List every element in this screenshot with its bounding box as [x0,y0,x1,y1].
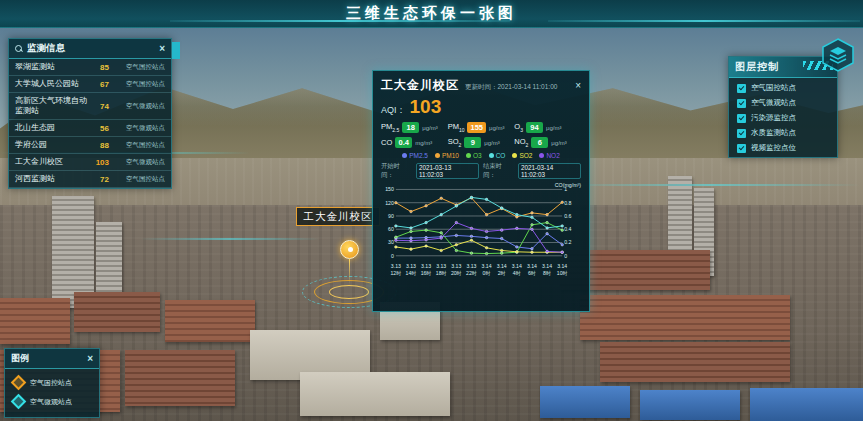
svg-text:3.13: 3.13 [466,263,476,269]
svg-text:20时: 20时 [451,270,462,276]
pollutant-card: PM2.518μg/m³ [381,122,448,133]
checkbox-checked-icon[interactable] [737,144,746,153]
start-time-label: 开始时间： [381,162,412,180]
close-icon[interactable]: × [159,44,165,54]
chart-legend: PM2.5PM10O3COSO2NO2 [381,152,581,159]
pollutant-unit: μg/m³ [422,125,437,131]
legend-panel-header: 图例 × [5,349,99,369]
svg-text:16时: 16时 [421,270,432,276]
layer-toggle[interactable]: 空气国控站点 [737,83,829,93]
map-legend-panel: 图例 × 空气国控站点空气微观站点 [4,348,100,418]
svg-text:6时: 6时 [528,270,536,276]
warehouse [750,388,863,421]
pollutant-unit: mg/m³ [415,140,432,146]
svg-text:2时: 2时 [498,270,506,276]
start-time-input[interactable]: 2021-03-13 11:02:03 [416,163,479,179]
svg-text:3.13: 3.13 [451,263,461,269]
station-type-icon [11,375,27,391]
svg-text:CO(mg/m³): CO(mg/m³) [555,182,581,188]
station-marker-icon[interactable] [340,240,359,259]
layer-toggle[interactable]: 污染源监控点 [737,113,829,123]
svg-text:10时: 10时 [557,270,568,276]
building [580,295,790,340]
pollutant-name: PM10 [448,122,465,133]
pollutant-value-badge: 6 [531,137,548,148]
aqi-value: 103 [410,97,442,116]
pollutant-value-badge: 155 [467,122,486,133]
station-name: 大学城人民公园站 [15,79,91,89]
chart-legend-item[interactable]: PM2.5 [402,152,428,159]
station-name: 学府公园 [15,140,91,150]
legend-panel-title: 图例 [11,352,29,365]
station-aqi: 72 [91,175,109,184]
search-icon[interactable] [15,45,23,53]
end-time-label: 结束时间： [483,162,514,180]
panel-collapse-handle[interactable] [172,42,180,59]
checkbox-checked-icon[interactable] [737,84,746,93]
layer-label: 水质监测站点 [751,128,796,138]
chart-legend-item[interactable]: PM10 [435,152,459,159]
chart-legend-item[interactable]: CO [489,152,506,159]
close-icon[interactable]: × [575,81,581,91]
layer-label: 污染源监控点 [751,113,796,123]
station-name: 北山生态园 [15,123,91,133]
svg-text:60: 60 [388,226,394,232]
aqi-label: AQI： [381,104,406,117]
chart-legend-item[interactable]: O3 [466,152,482,159]
layer-label: 空气国控站点 [751,83,796,93]
chart-legend-item[interactable]: NO2 [539,152,559,159]
layers-icon[interactable] [820,38,856,72]
layer-toggle[interactable]: 水质监测站点 [737,128,829,138]
pollutant-unit: μg/m³ [489,125,504,131]
close-icon[interactable]: × [87,354,93,364]
station-row[interactable]: 大学城人民公园站 67 空气国控站点 [9,76,171,93]
station-type-icon [11,394,27,410]
warehouse [640,390,740,420]
pollutant-card: CO0.4mg/m³ [381,137,448,148]
pollutant-name: CO [381,138,392,147]
station-type: 空气国控站点 [115,80,165,89]
station-name: 河西监测站 [15,174,91,184]
checkbox-checked-icon[interactable] [737,129,746,138]
pollutant-name: NO2 [514,137,528,148]
svg-text:8时: 8时 [543,270,551,276]
end-time-input[interactable]: 2021-03-14 11:02:03 [518,163,581,179]
pollutant-card: SO29μg/m³ [448,137,515,148]
station-name: 高新区大气环境自动监测站 [15,96,91,116]
svg-text:0.6: 0.6 [564,213,571,219]
station-map-label[interactable]: 工大金川校区 [296,207,380,226]
station-row[interactable]: 北山生态园 56 空气微观站点 [9,120,171,137]
svg-text:3.14: 3.14 [512,263,522,269]
station-row[interactable]: 学府公园 88 空气国控站点 [9,137,171,154]
building [0,298,70,344]
layer-toggle[interactable]: 空气微观站点 [737,98,829,108]
station-row[interactable]: 工大金川校区 103 空气微观站点 [9,154,171,171]
popup-update-time: 更新时间：2021-03-14 11:01:00 [465,83,557,92]
svg-text:3.13: 3.13 [436,263,446,269]
station-aqi: 103 [91,158,109,167]
layer-toggle[interactable]: 视频监控点位 [737,143,829,153]
svg-text:150: 150 [385,186,394,192]
station-row[interactable]: 河西监测站 72 空气国控站点 [9,171,171,188]
building [165,300,255,342]
pollutant-name: PM2.5 [381,122,399,133]
legend-item: 空气微观站点 [13,396,91,407]
checkbox-checked-icon[interactable] [737,114,746,123]
chart-legend-item[interactable]: SO2 [512,152,532,159]
station-name: 翠湖监测站 [15,62,91,72]
svg-text:3.14: 3.14 [482,263,492,269]
station-row[interactable]: 翠湖监测站 85 空气国控站点 [9,59,171,76]
legend-label: PM2.5 [409,152,428,159]
app-window: 三维生态环保一张图 监测信息 × 翠湖监测站 85 空气国控站点大学城人民公园站… [0,0,863,421]
checkbox-checked-icon[interactable] [737,99,746,108]
station-aqi: 67 [91,80,109,89]
station-type: 空气国控站点 [115,141,165,150]
svg-text:0.2: 0.2 [564,239,571,245]
svg-text:0: 0 [391,253,394,259]
svg-text:30: 30 [388,239,394,245]
pollutant-value-badge: 94 [526,122,543,133]
legend-label: NO2 [546,152,559,159]
station-row[interactable]: 高新区大气环境自动监测站 74 空气微观站点 [9,93,171,120]
pollutant-unit: μg/m³ [484,140,499,146]
svg-text:3.13: 3.13 [406,263,416,269]
